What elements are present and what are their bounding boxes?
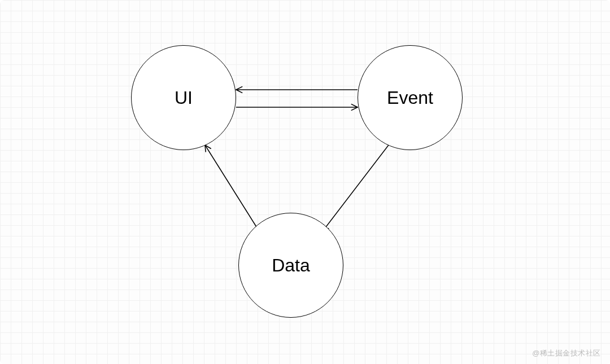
edge-data-to-ui [205,145,259,231]
diagram-canvas: UI Event Data @稀土掘金技术社区 [0,0,610,364]
node-data: Data [238,213,343,318]
node-ui: UI [131,45,236,150]
node-ui-label: UI [175,87,193,108]
edge-event-to-data [323,145,389,231]
node-event-label: Event [387,87,433,108]
node-data-label: Data [272,255,310,276]
watermark-text: @稀土掘金技术社区 [532,348,601,358]
node-event: Event [358,45,463,150]
